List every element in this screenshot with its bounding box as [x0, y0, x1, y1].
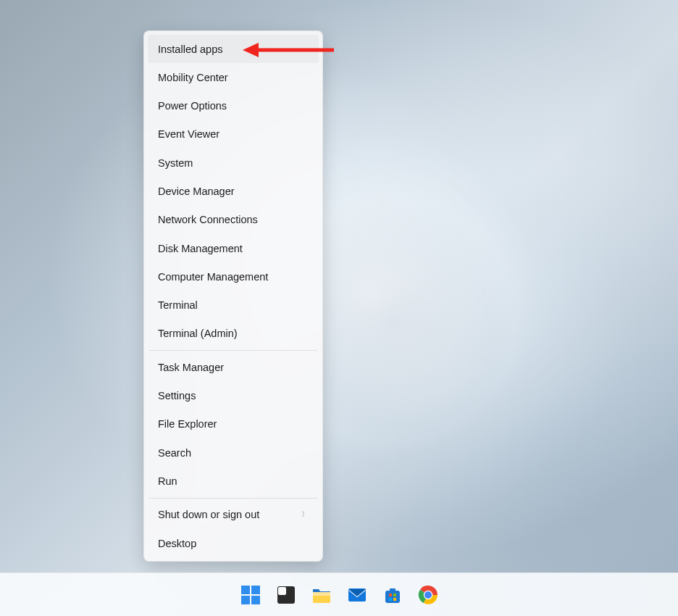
mail-button[interactable] [342, 580, 372, 610]
chrome-button[interactable] [413, 580, 443, 610]
menu-item-computer-management[interactable]: Computer Management [148, 262, 319, 291]
menu-item-label: Settings [158, 388, 196, 403]
chrome-icon [418, 585, 438, 605]
svg-point-18 [424, 591, 432, 599]
file-explorer-button[interactable] [306, 580, 337, 610]
menu-item-system[interactable]: System [148, 149, 319, 177]
microsoft-store-button[interactable] [377, 580, 408, 610]
menu-item-disk-management[interactable]: Disk Management [148, 234, 319, 262]
svg-rect-13 [393, 594, 396, 596]
svg-rect-4 [241, 596, 250, 604]
menu-item-label: Run [158, 474, 177, 488]
menu-item-label: Desktop [158, 536, 196, 551]
winx-context-menu: Installed apps Mobility Center Power Opt… [143, 30, 323, 562]
svg-rect-11 [385, 591, 400, 603]
task-view-icon [277, 586, 296, 604]
menu-item-search[interactable]: Search [148, 438, 319, 467]
menu-item-label: Task Manager [158, 360, 224, 375]
svg-rect-7 [278, 587, 286, 595]
svg-rect-5 [251, 596, 260, 604]
start-icon [241, 586, 260, 604]
taskbar [0, 573, 678, 616]
menu-item-label: File Explorer [158, 417, 217, 431]
menu-item-network-connections[interactable]: Network Connections [148, 206, 319, 234]
menu-item-label: Power Options [158, 99, 227, 113]
menu-item-event-viewer[interactable]: Event Viewer [148, 120, 319, 149]
menu-item-desktop[interactable]: Desktop [148, 529, 319, 557]
menu-item-device-manager[interactable]: Device Manager [148, 177, 319, 205]
svg-rect-9 [313, 592, 330, 596]
task-view-button[interactable] [271, 580, 301, 610]
menu-item-power-options[interactable]: Power Options [148, 92, 319, 120]
menu-item-task-manager[interactable]: Task Manager [148, 353, 319, 381]
menu-item-run[interactable]: Run [148, 467, 319, 495]
svg-rect-15 [393, 598, 396, 601]
svg-rect-2 [241, 586, 250, 594]
menu-item-shut-down[interactable]: Shut down or sign out 〉 [148, 501, 319, 529]
menu-item-mobility-center[interactable]: Mobility Center [148, 63, 319, 91]
desktop-wallpaper [0, 0, 678, 616]
menu-item-label: Search [158, 446, 191, 460]
menu-item-terminal-admin[interactable]: Terminal (Admin) [148, 320, 319, 348]
menu-item-label: Event Viewer [158, 127, 219, 141]
menu-item-label: Shut down or sign out [158, 507, 259, 522]
start-button[interactable] [235, 580, 266, 610]
menu-item-label: Installed apps [158, 42, 222, 57]
svg-rect-3 [251, 586, 260, 594]
menu-item-installed-apps[interactable]: Installed apps [148, 35, 319, 63]
svg-rect-12 [389, 594, 392, 596]
menu-item-terminal[interactable]: Terminal [148, 291, 319, 320]
menu-item-label: Computer Management [158, 270, 268, 284]
file-explorer-icon [311, 586, 332, 604]
svg-rect-14 [389, 598, 392, 601]
menu-item-label: Terminal [158, 298, 198, 312]
menu-item-label: Disk Management [158, 241, 243, 256]
menu-item-file-explorer[interactable]: File Explorer [148, 410, 319, 438]
menu-divider [149, 350, 317, 351]
microsoft-store-icon [382, 585, 403, 605]
mail-icon [347, 586, 367, 604]
menu-item-label: Mobility Center [158, 70, 228, 85]
menu-item-label: Device Manager [158, 184, 235, 199]
menu-item-label: Network Connections [158, 212, 258, 227]
menu-item-label: Terminal (Admin) [158, 326, 238, 341]
menu-item-label: System [158, 156, 193, 170]
menu-divider [149, 498, 317, 499]
chevron-right-icon: 〉 [301, 509, 309, 520]
menu-item-settings[interactable]: Settings [148, 382, 319, 410]
